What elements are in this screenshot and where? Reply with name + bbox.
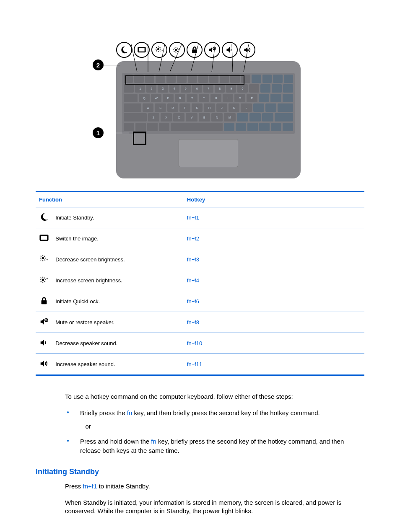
volume-up-icon <box>239 42 255 58</box>
table-row: Increase speaker sound. fn+f11 <box>36 354 364 375</box>
table-row: Decrease speaker sound. fn+f10 <box>36 333 364 354</box>
volume-up-icon <box>39 363 49 369</box>
brightness-up-icon <box>39 279 49 286</box>
callout-1: 1 <box>93 127 104 138</box>
function-cell: Decrease screen brightness. <box>52 249 184 270</box>
volume-down-icon <box>222 42 238 58</box>
lock-icon <box>187 42 203 58</box>
table-row: Switch the image. fn+f2 <box>36 228 364 249</box>
col-function: Function <box>36 192 184 207</box>
laptop-illustration: 2 1 1234567890 QWERTYUIOP ASDFGHJKL ZXCV… <box>116 61 301 178</box>
diagram-icon-row <box>116 42 301 58</box>
step-b: Press and hold down the fn key, briefly … <box>65 437 364 455</box>
hotkey-cell: fn+f10 <box>184 333 364 354</box>
standby-p2: When Standby is initiated, your informat… <box>65 498 364 516</box>
or-text: – or – <box>80 422 364 431</box>
section-heading: Initiating Standby <box>36 467 364 476</box>
intro-text: To use a hotkey command on the computer … <box>65 393 364 401</box>
table-row: Initiate Standby. fn+f1 <box>36 207 364 228</box>
function-cell: Initiate QuickLock. <box>52 291 184 312</box>
table-row: Decrease screen brightness. fn+f3 <box>36 249 364 270</box>
callout-2: 2 <box>93 59 104 70</box>
function-cell: Decrease speaker sound. <box>52 333 184 354</box>
function-cell: Initiate Standby. <box>52 207 184 228</box>
function-cell: Increase screen brightness. <box>52 270 184 291</box>
hotkey-cell: fn+f1 <box>184 207 364 228</box>
hotkey-cell: fn+f4 <box>184 270 364 291</box>
keyboard-diagram: 2 1 1234567890 QWERTYUIOP ASDFGHJKL ZXCV… <box>99 42 301 178</box>
fn-key-text: fn <box>151 438 156 445</box>
function-cell: Switch the image. <box>52 228 184 249</box>
brightness-down-icon <box>151 42 167 58</box>
hotkey-cell: fn+f8 <box>184 312 364 333</box>
function-cell: Increase speaker sound. <box>52 354 184 375</box>
hotkey-cell: fn+f6 <box>184 291 364 312</box>
volume-mute-icon <box>39 321 49 328</box>
steps-list: Briefly press the fn key, and then brief… <box>65 408 364 455</box>
function-cell: Mute or restore speaker. <box>52 312 184 333</box>
fn-key-highlight <box>133 132 146 145</box>
standby-p1: Press fn+f1 to initiate Standby. <box>65 482 364 491</box>
f-row-highlight <box>125 75 244 85</box>
hotkey-table: Function Hotkey Initiate Standby. fn+f1 … <box>36 191 364 376</box>
volume-mute-icon <box>204 42 220 58</box>
moon-icon <box>116 42 132 58</box>
hotkey-cell: fn+f2 <box>184 228 364 249</box>
display-icon <box>134 42 150 58</box>
col-hotkey: Hotkey <box>184 192 364 207</box>
table-row: Mute or restore speaker. fn+f8 <box>36 312 364 333</box>
brightness-down-icon <box>39 258 49 265</box>
volume-down-icon <box>39 342 49 349</box>
moon-icon <box>39 217 49 223</box>
step-a: Briefly press the fn key, and then brief… <box>65 408 364 431</box>
table-row: Initiate QuickLock. fn+f6 <box>36 291 364 312</box>
fn-key-text: fn <box>127 409 132 416</box>
hotkey-cell: fn+f3 <box>184 249 364 270</box>
brightness-up-icon <box>169 42 185 58</box>
table-row: Increase screen brightness. fn+f4 <box>36 270 364 291</box>
hotkey-cell: fn+f11 <box>184 354 364 375</box>
lock-icon <box>39 300 49 307</box>
hotkey-inline: fn+f1 <box>83 483 97 490</box>
display-icon <box>39 238 49 244</box>
